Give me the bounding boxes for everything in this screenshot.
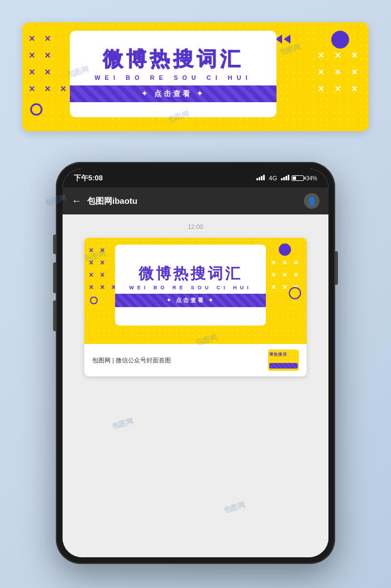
chat-area: 12:00 × × × × × × × × × — [63, 214, 328, 557]
chat-title-chinese: 微博热搜词汇 — [139, 264, 242, 284]
main-title-chinese: 微博热搜词汇 — [103, 46, 244, 73]
avatar-icon: 👤 — [307, 197, 317, 205]
chat-card-inner: × × × × × × × × × × × × — [84, 238, 307, 344]
cx-mark: × — [89, 246, 93, 255]
nav-avatar: 👤 — [304, 193, 320, 209]
x-mark: × — [45, 67, 51, 77]
chat-click-bar[interactable]: ✦ 点击查看 ✦ — [115, 294, 266, 307]
power-button — [335, 251, 338, 285]
thumb-text: 博热搜词 — [269, 352, 287, 357]
status-bar: 下午5:08 4G — [63, 169, 328, 188]
cx-mark: × — [89, 258, 93, 267]
purple-circle — [331, 31, 349, 49]
chat-title-pinyin: WEI BO RE SOU CI HUI — [129, 285, 252, 290]
x-mark: × — [29, 84, 35, 94]
cx-mark-white: × — [283, 283, 287, 291]
click-bar[interactable]: ✦ 点击查看 ✦ — [70, 85, 276, 102]
x-mark: × — [60, 84, 66, 94]
cx-mark: × — [100, 258, 104, 267]
cx-mark: × — [100, 283, 104, 291]
chat-white-card: 微博热搜词汇 WEI BO RE SOU CI HUI ✦ 点击查看 ✦ — [115, 245, 266, 326]
chat-info-bar: 包图网 | 微信公众号封面首图 博热搜词 — [84, 344, 307, 376]
x-mark: × — [29, 50, 35, 60]
cx-mark: × — [89, 283, 93, 291]
status-icons: 4G 34% — [256, 175, 317, 181]
x-mark: × — [29, 67, 35, 77]
yellow-circle-chat — [290, 288, 300, 298]
battery-percent: 34% — [306, 175, 317, 181]
x-mark-white: × — [351, 50, 357, 60]
chat-image-card[interactable]: × × × × × × × × × × × × — [84, 238, 307, 376]
phone-outer: 下午5:08 4G — [56, 162, 335, 564]
nav-title: 包图网ibaotu — [87, 196, 298, 207]
triangle — [284, 35, 290, 44]
silent-button — [53, 235, 56, 254]
chat-timestamp: 12:00 — [188, 223, 203, 230]
signal-icon-2 — [281, 175, 289, 181]
nav-bar: ← 包图网ibaotu 👤 — [63, 188, 328, 214]
back-button[interactable]: ← — [71, 195, 82, 207]
circle-outline — [30, 103, 42, 116]
signal-icon — [256, 175, 265, 181]
battery-level — [293, 176, 296, 180]
cx-mark-white: × — [283, 270, 287, 279]
volume-up-button — [53, 262, 56, 293]
chat-purple-circle — [279, 243, 291, 256]
x-mark-white: × — [351, 67, 357, 77]
network-type: 4G — [269, 175, 277, 181]
chat-info-text: 包图网 | 微信公众号封面首图 — [92, 356, 263, 365]
thumb-bar — [269, 363, 298, 369]
x-mark-white: × — [335, 84, 341, 94]
cx-mark-white: × — [271, 283, 276, 291]
cx-mark-white: × — [294, 258, 298, 267]
cx-mark: × — [100, 270, 104, 279]
x-mark-white: × — [318, 67, 324, 77]
cx-mark-white: × — [271, 258, 276, 267]
x-mark-white: × — [335, 50, 341, 60]
cx-mark: × — [89, 270, 93, 279]
white-card-top: 微博热搜词汇 WEI BO RE SOU CI HUI ✦ 点击查看 ✦ — [70, 31, 276, 117]
cx-mark: × — [100, 246, 104, 255]
top-banner: × × × × × × × × × × × × × × × × × × 微博热搜… — [22, 22, 369, 131]
x-mark-white: × — [318, 50, 324, 60]
cx-mark-white: × — [271, 270, 276, 279]
x-mark-white: × — [351, 84, 357, 94]
x-mark-white: × — [318, 84, 324, 94]
x-mark: × — [45, 50, 51, 60]
cx-mark-white: × — [294, 270, 298, 279]
battery-icon — [292, 175, 304, 181]
status-time: 下午5:08 — [74, 173, 103, 183]
phone-mockup: 下午5:08 4G — [56, 162, 335, 564]
cx-mark-white: × — [283, 258, 287, 267]
circle-outline-chat — [90, 297, 98, 304]
x-mark: × — [45, 84, 51, 94]
volume-down-button — [53, 300, 56, 331]
info-thumbnail: 博热搜词 — [268, 350, 299, 371]
x-mark-white: × — [335, 67, 341, 77]
phone-screen: 下午5:08 4G — [63, 169, 328, 557]
x-mark: × — [29, 34, 35, 44]
main-title-pinyin: WEI BO RE SOU CI HUI — [94, 74, 252, 81]
x-mark: × — [45, 34, 51, 44]
